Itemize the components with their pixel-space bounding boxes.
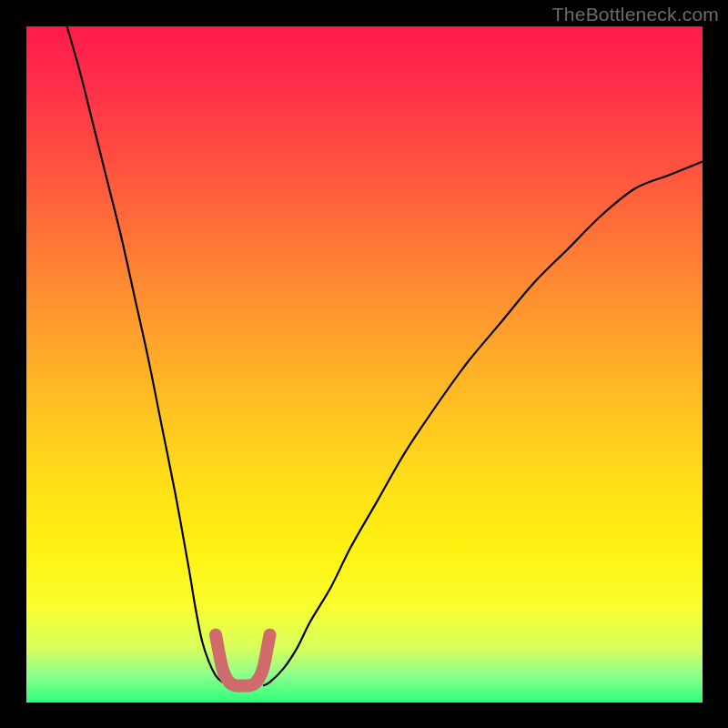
curve-right — [263, 162, 703, 686]
valley-marker — [216, 635, 270, 686]
chart-frame — [26, 26, 703, 703]
curve-left — [67, 26, 229, 685]
chart-svg — [26, 26, 703, 703]
watermark-text: TheBottleneck.com — [552, 4, 719, 25]
